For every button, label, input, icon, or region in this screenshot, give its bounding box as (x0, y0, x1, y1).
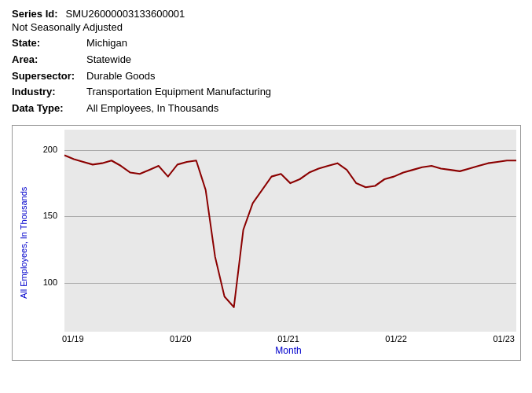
industry-value: Transportation Equipment Manufacturing (86, 84, 271, 101)
supersector-row: Supersector: Durable Goods (12, 68, 520, 85)
chart-area: 200 150 100 (31, 130, 516, 356)
area-value: Statewide (86, 52, 131, 68)
datatype-row: Data Type: All Employees, In Thousands (12, 101, 520, 117)
y-tick-200: 200 (43, 145, 57, 154)
series-id-row: Series Id: SMU26000003133600001 (12, 8, 520, 20)
meta-table: Series Id: SMU26000003133600001 Not Seas… (12, 8, 520, 117)
state-row: State: Michigan (12, 35, 520, 52)
datatype-value: All Employees, In Thousands (86, 101, 218, 117)
industry-row: Industry: Transportation Equipment Manuf… (12, 84, 520, 101)
chart-plot (64, 130, 516, 332)
not-seasonally-adjusted: Not Seasonally Adjusted (12, 21, 520, 33)
series-id-value: SMU26000003133600001 (66, 8, 185, 20)
industry-label: Industry: (12, 84, 86, 101)
state-value: Michigan (86, 35, 127, 52)
supersector-label: Supersector: (12, 68, 86, 85)
chart-wrapper: All Employees, In Thousands 200 150 100 (12, 125, 521, 361)
area-label: Area: (12, 52, 86, 68)
x-tick-0120: 01/20 (170, 334, 192, 343)
main-container: Series Id: SMU26000003133600001 Not Seas… (0, 0, 532, 369)
y-tick-150: 150 (43, 211, 57, 220)
state-label: State: (12, 35, 86, 52)
series-id-label: Series Id: (12, 8, 58, 20)
chart-inner: All Employees, In Thousands 200 150 100 (17, 130, 516, 356)
area-row: Area: Statewide (12, 52, 520, 68)
supersector-value: Durable Goods (86, 68, 155, 85)
x-tick-0123: 01/23 (493, 334, 515, 343)
y-tick-100: 100 (43, 277, 57, 287)
y-axis-label: All Employees, In Thousands (17, 130, 31, 356)
datatype-label: Data Type: (12, 101, 86, 117)
line-chart-svg (64, 130, 516, 332)
x-axis-label: Month (61, 345, 516, 356)
x-tick-0119: 01/19 (62, 334, 84, 343)
x-tick-0122: 01/22 (385, 334, 407, 343)
x-tick-0121: 01/21 (277, 334, 299, 343)
x-axis-ticks: 01/19 01/20 01/21 01/22 01/23 (61, 332, 516, 343)
